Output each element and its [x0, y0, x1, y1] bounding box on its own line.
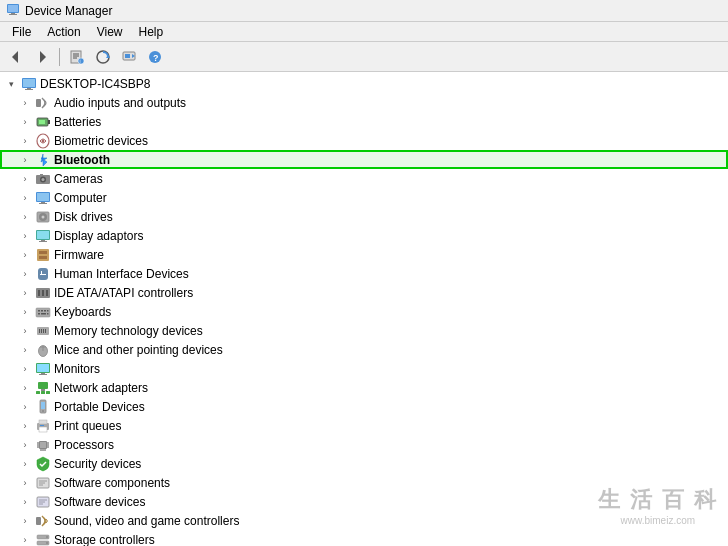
device-label-memory: Memory technology devices [54, 324, 203, 338]
device-icon-softwaredev [35, 494, 51, 510]
menu-action[interactable]: Action [39, 23, 88, 41]
toolbar-properties-btn[interactable]: i [65, 45, 89, 69]
device-icon-hid [35, 266, 51, 282]
tree-item-hid[interactable]: ›Human Interface Devices [0, 264, 728, 283]
tree-item-audio[interactable]: ›Audio inputs and outputs [0, 93, 728, 112]
device-label-keyboards: Keyboards [54, 305, 111, 319]
expand-icon-monitors: › [18, 362, 32, 376]
tree-item-biometric[interactable]: ›Biometric devices [0, 131, 728, 150]
menu-help[interactable]: Help [131, 23, 172, 41]
tree-item-ide[interactable]: ›IDE ATA/ATAPI controllers [0, 283, 728, 302]
tree-item-network[interactable]: ›Network adapters [0, 378, 728, 397]
svg-rect-51 [38, 290, 40, 296]
device-label-display: Display adaptors [54, 229, 143, 243]
svg-rect-71 [37, 364, 49, 372]
tree-item-cameras[interactable]: ›Cameras [0, 169, 728, 188]
svg-rect-85 [40, 425, 44, 426]
device-icon-storage [35, 532, 51, 547]
toolbar-scan-btn[interactable] [91, 45, 115, 69]
svg-rect-36 [39, 203, 47, 204]
svg-rect-21 [27, 88, 31, 89]
title-bar-text: Device Manager [25, 4, 112, 18]
svg-rect-80 [41, 402, 45, 409]
svg-rect-2 [9, 14, 17, 15]
tree-item-computer[interactable]: ›Computer [0, 188, 728, 207]
watermark: 生 活 百 科 www.bimeiz.com [598, 485, 718, 526]
toolbar-update-btn[interactable] [117, 45, 141, 69]
svg-marker-4 [12, 51, 18, 63]
tree-item-bluetooth[interactable]: ›Bluetooth [0, 150, 728, 169]
device-label-monitors: Monitors [54, 362, 100, 376]
device-icon-cameras [35, 171, 51, 187]
toolbar-forward-btn[interactable] [30, 45, 54, 69]
toolbar: i ? [0, 42, 728, 72]
tree-item-mice[interactable]: ›Mice and other pointing devices [0, 340, 728, 359]
menu-bar: File Action View Help [0, 22, 728, 42]
device-label-storage: Storage controllers [54, 533, 155, 547]
device-icon-sound [35, 513, 51, 529]
device-icon-portable [35, 399, 51, 415]
svg-point-28 [42, 139, 45, 142]
device-icon-print [35, 418, 51, 434]
tree-item-processors[interactable]: ›Processors [0, 435, 728, 454]
svg-rect-25 [48, 120, 50, 124]
svg-rect-42 [41, 240, 45, 241]
expand-icon-storage: › [18, 533, 32, 547]
device-tree[interactable]: ▾ DESKTOP-IC4SBP8 ›Audio inputs and outp… [0, 72, 728, 546]
title-bar-icon [6, 2, 20, 19]
expand-icon-softwarecomp: › [18, 476, 32, 490]
svg-rect-20 [23, 79, 35, 87]
expand-icon-batteries: › [18, 115, 32, 129]
tree-item-firmware[interactable]: ›Firmware [0, 245, 728, 264]
tree-root[interactable]: ▾ DESKTOP-IC4SBP8 [0, 74, 728, 93]
tree-item-print[interactable]: ›Print queues [0, 416, 728, 435]
expand-icon-keyboards: › [18, 305, 32, 319]
device-label-softwaredev: Software devices [54, 495, 145, 509]
expand-icon-display: › [18, 229, 32, 243]
svg-text:i: i [80, 58, 81, 64]
watermark-text: 生 活 百 科 [598, 485, 718, 515]
tree-item-keyboards[interactable]: ›Keyboards [0, 302, 728, 321]
svg-point-108 [46, 536, 48, 538]
tree-item-memory[interactable]: ›Memory technology devices [0, 321, 728, 340]
svg-rect-75 [41, 389, 45, 391]
svg-rect-15 [125, 54, 130, 58]
svg-rect-61 [47, 313, 49, 315]
svg-rect-64 [41, 329, 42, 333]
svg-rect-74 [38, 382, 48, 389]
svg-rect-44 [37, 249, 49, 261]
expand-icon-diskdrives: › [18, 210, 32, 224]
svg-rect-84 [39, 427, 47, 432]
svg-rect-60 [41, 313, 46, 315]
tree-item-portable[interactable]: ›Portable Devices [0, 397, 728, 416]
expand-icon-sound: › [18, 514, 32, 528]
tree-item-diskdrives[interactable]: ›Disk drives [0, 207, 728, 226]
svg-rect-56 [41, 310, 43, 312]
svg-rect-73 [39, 374, 47, 375]
tree-item-batteries[interactable]: ›Batteries [0, 112, 728, 131]
tree-item-monitors[interactable]: ›Monitors [0, 359, 728, 378]
svg-rect-72 [41, 373, 45, 374]
expand-icon-memory: › [18, 324, 32, 338]
svg-rect-57 [44, 310, 46, 312]
device-icon-firmware [35, 247, 51, 263]
menu-view[interactable]: View [89, 23, 131, 41]
svg-rect-55 [38, 310, 40, 312]
svg-rect-23 [36, 99, 41, 107]
toolbar-help-btn[interactable]: ? [143, 45, 167, 69]
tree-item-display[interactable]: ›Display adaptors [0, 226, 728, 245]
svg-rect-43 [39, 241, 47, 242]
device-label-ide: IDE ATA/ATAPI controllers [54, 286, 193, 300]
expand-icon-bluetooth: › [18, 153, 32, 167]
tree-item-security[interactable]: ›Security devices [0, 454, 728, 473]
svg-rect-32 [40, 174, 43, 176]
tree-item-storage[interactable]: ›Storage controllers [0, 530, 728, 546]
device-label-computer: Computer [54, 191, 107, 205]
watermark-url: www.bimeiz.com [598, 515, 718, 526]
toolbar-back-btn[interactable] [4, 45, 28, 69]
device-icon-bluetooth [35, 152, 51, 168]
svg-rect-41 [37, 231, 49, 239]
svg-rect-53 [46, 290, 48, 296]
expand-icon-cameras: › [18, 172, 32, 186]
menu-file[interactable]: File [4, 23, 39, 41]
